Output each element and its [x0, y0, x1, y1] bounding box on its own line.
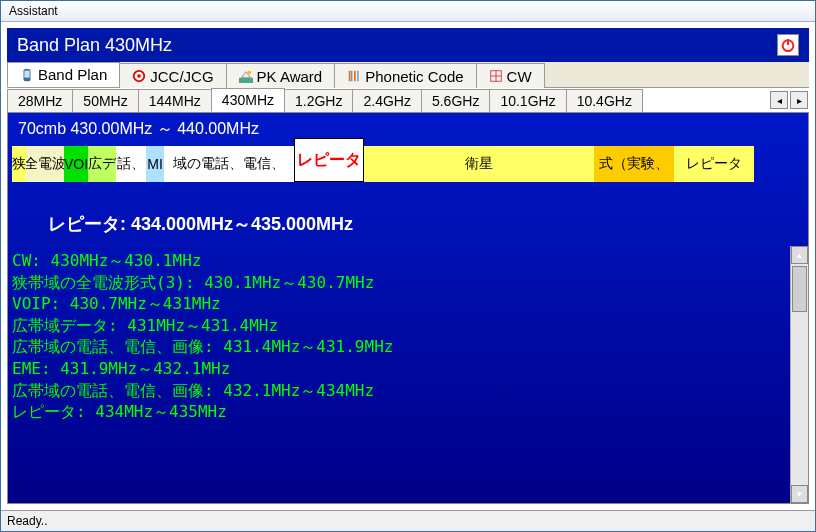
vertical-scrollbar[interactable]: ▴ ▾: [790, 246, 808, 503]
allocation-line: 広帯域データ: 431MHz～431.4MHz: [12, 315, 786, 337]
band-segment[interactable]: 話、: [116, 146, 146, 182]
allocation-line: 狭帯域の全電波形式(3): 430.1MHz～430.7MHz: [12, 272, 786, 294]
freq-subtab-row: 28MHz50MHz144MHz430MHz1.2GHz2.4GHz5.6GHz…: [7, 88, 809, 113]
main-tabstrip: Band Plan JCC/JCG PK Award Phonetic Code: [7, 62, 809, 88]
tab-label: CW: [507, 68, 532, 85]
scroll-left-button[interactable]: ◂: [770, 91, 788, 109]
freq-subtab-5-6ghz[interactable]: 5.6GHz: [421, 89, 490, 112]
allocation-line: CW: 430MHz～430.1MHz: [12, 250, 786, 272]
allocation-line: VOIP: 430.7MHz～431MHz: [12, 293, 786, 315]
scroll-thumb[interactable]: [792, 266, 807, 312]
tab-band-plan[interactable]: Band Plan: [7, 62, 120, 87]
allocation-line: 広帯域の電話、電信、画像: 431.4MHz～431.9MHz: [12, 336, 786, 358]
allocation-list-area: CW: 430MHz～430.1MHz狭帯域の全電波形式(3): 430.1MH…: [8, 246, 808, 503]
freq-subtab-430mhz[interactable]: 430MHz: [211, 88, 285, 112]
freq-subtab-1-2ghz[interactable]: 1.2GHz: [284, 89, 353, 112]
band-segment[interactable]: 広デ: [88, 146, 116, 182]
band-segment[interactable]: MI: [146, 146, 164, 182]
scroll-right-button[interactable]: ▸: [790, 91, 808, 109]
window-title: Assistant: [9, 4, 58, 18]
content-panel: 70cmb 430.00MHz ～ 440.00MHz 狭全電波VOI広デ話、M…: [7, 113, 809, 504]
freq-subtabs: 28MHz50MHz144MHz430MHz1.2GHz2.4GHz5.6GHz…: [7, 88, 769, 112]
grid-icon: [489, 69, 503, 83]
band-segment[interactable]: レピータ: [294, 138, 364, 182]
band-segment[interactable]: 域の電話、電信、: [164, 146, 294, 182]
phone-icon: [20, 68, 34, 82]
svg-point-8: [247, 71, 251, 75]
scroll-down-button[interactable]: ▾: [791, 485, 808, 503]
client-area: Band Plan 430MHz Band Plan JCC/JCG: [1, 22, 815, 510]
status-bar: Ready..: [1, 510, 815, 531]
svg-rect-9: [349, 71, 351, 82]
freq-subtab-10-4ghz[interactable]: 10.4GHz: [566, 89, 643, 112]
selected-segment-label: レピータ: 434.000MHz～435.000MHz: [8, 182, 808, 246]
svg-rect-6: [239, 78, 253, 83]
allocation-line: EME: 431.9MHz～432.1MHz: [12, 358, 786, 380]
mountain-icon: [239, 69, 253, 83]
svg-rect-11: [354, 71, 356, 82]
target-icon: [132, 69, 146, 83]
svg-rect-3: [24, 70, 29, 77]
allocation-line: レピータ: 434MHz～435MHz: [12, 401, 786, 423]
power-button[interactable]: [777, 34, 799, 56]
status-text: Ready..: [7, 514, 47, 528]
scroll-up-button[interactable]: ▴: [791, 246, 808, 264]
freq-subtab-144mhz[interactable]: 144MHz: [138, 89, 212, 112]
tab-cw[interactable]: CW: [476, 63, 545, 88]
allocation-list: CW: 430MHz～430.1MHz狭帯域の全電波形式(3): 430.1MH…: [8, 246, 790, 503]
power-icon: [780, 37, 796, 53]
svg-rect-10: [352, 71, 353, 82]
app-window: Assistant Band Plan 430MHz Band Plan: [0, 0, 816, 532]
tab-pk-award[interactable]: PK Award: [226, 63, 336, 88]
allocation-line: 広帯域の電話、電信、画像: 432.1MHz～434MHz: [12, 380, 786, 402]
band-range-label: 70cmb 430.00MHz ～ 440.00MHz: [8, 113, 808, 146]
tab-label: Phonetic Code: [365, 68, 463, 85]
band-segment[interactable]: レピータ: [674, 146, 754, 182]
svg-point-5: [137, 74, 141, 78]
tab-label: PK Award: [257, 68, 323, 85]
svg-rect-12: [358, 71, 359, 82]
band-segment[interactable]: 全電波: [26, 146, 64, 182]
freq-subtab-10-1ghz[interactable]: 10.1GHz: [489, 89, 566, 112]
page-title: Band Plan 430MHz: [17, 35, 172, 56]
band-segment[interactable]: 狭: [12, 146, 26, 182]
barcode-icon: [347, 69, 361, 83]
band-segment[interactable]: VOI: [64, 146, 88, 182]
tab-label: Band Plan: [38, 66, 107, 83]
scroll-track[interactable]: [791, 264, 808, 485]
freq-subtab-50mhz[interactable]: 50MHz: [72, 89, 138, 112]
freq-subtab-28mhz[interactable]: 28MHz: [7, 89, 73, 112]
band-segment[interactable]: 衛星: [364, 146, 594, 182]
freq-subtab-2-4ghz[interactable]: 2.4GHz: [352, 89, 421, 112]
window-titlebar: Assistant: [1, 1, 815, 22]
tab-phonetic-code[interactable]: Phonetic Code: [334, 63, 476, 88]
tab-label: JCC/JCG: [150, 68, 213, 85]
header-bar: Band Plan 430MHz: [7, 28, 809, 62]
tab-jcc-jcg[interactable]: JCC/JCG: [119, 63, 226, 88]
band-segments: 狭全電波VOI広デ話、MI域の電話、電信、レピータ衛星式（実験、レピータ: [12, 146, 804, 182]
band-segment[interactable]: 式（実験、: [594, 146, 674, 182]
